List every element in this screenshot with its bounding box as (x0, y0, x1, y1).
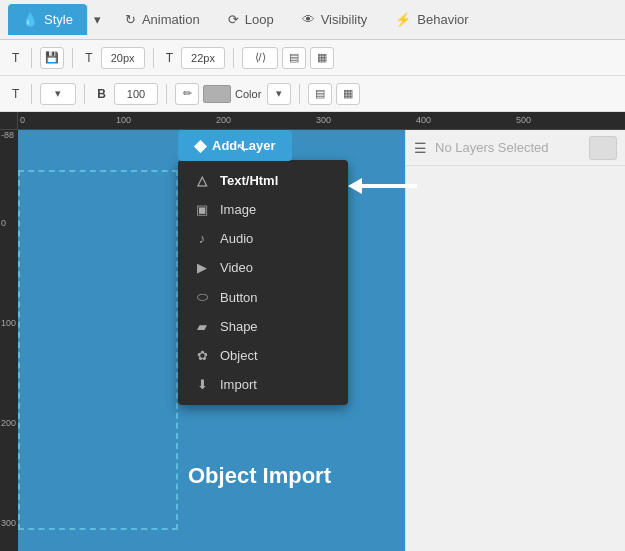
add-layer-button[interactable]: ◆ Add Layer (178, 130, 292, 161)
align-btn-1[interactable]: ▤ (282, 47, 306, 69)
ruler-corner-area: -88 0 100 200 300 (0, 112, 18, 551)
menu-item-import-label: Import (220, 377, 257, 392)
right-panel: ☰ No Layers Selected (405, 130, 625, 551)
align-btn-2[interactable]: ▦ (310, 47, 334, 69)
tab-dropdown-arrow[interactable]: ▾ (87, 4, 107, 35)
canvas-area: ◆ Add Layer ↖ △ Text/Html ▣ Image (18, 130, 405, 551)
text-t-icon: T (85, 51, 92, 65)
ruler-horizontal: 0 100 200 300 400 500 (18, 112, 625, 130)
bold-label: B (93, 85, 110, 103)
ruler-h-400: 400 (416, 115, 431, 125)
code-btn[interactable]: ⟨/⟩ (242, 47, 278, 69)
menu-item-audio[interactable]: ♪ Audio (178, 224, 348, 253)
tab-loop-label: Loop (245, 12, 274, 27)
no-layers-text: No Layers Selected (435, 140, 581, 155)
content-area: -88 0 100 200 300 0 100 200 300 400 500 (0, 112, 625, 551)
add-layer-icon: ◆ (194, 136, 206, 155)
canvas-object-dashed (18, 170, 178, 530)
audio-icon: ♪ (194, 231, 210, 246)
ruler-h-100: 100 (116, 115, 131, 125)
color-swatch[interactable] (203, 85, 231, 103)
tab-behavior[interactable]: ⚡ Behavior (381, 4, 482, 35)
menu-item-video-label: Video (220, 260, 253, 275)
ruler-v-minus88: -88 (1, 130, 14, 140)
arrow-body (362, 184, 417, 188)
app-container: 💧 Style ▾ ↻ Animation ⟳ Loop 👁 Visibilit… (0, 0, 625, 551)
menu-item-text-html-label: Text/Html (220, 173, 278, 188)
ruler-corner (0, 112, 18, 130)
shape-icon: ▰ (194, 319, 210, 334)
separator-7 (166, 84, 167, 104)
ruler-h-500: 500 (516, 115, 531, 125)
text-html-icon: △ (194, 173, 210, 188)
video-icon: ▶ (194, 260, 210, 275)
menu-item-audio-label: Audio (220, 231, 253, 246)
separator-8 (299, 84, 300, 104)
text-t2-icon: T (166, 51, 173, 65)
ruler-v-200: 200 (1, 418, 16, 428)
ruler-v-0: 0 (1, 218, 6, 228)
separator-5 (31, 84, 32, 104)
align-btn-3[interactable]: ▤ (308, 83, 332, 105)
behavior-icon: ⚡ (395, 12, 411, 27)
main-area: 0 100 200 300 400 500 ◆ Add Layer (18, 112, 625, 551)
align-btn-4[interactable]: ▦ (336, 83, 360, 105)
image-icon: ▣ (194, 202, 210, 217)
object-import-label: Object Import (188, 462, 331, 491)
animation-icon: ↻ (125, 12, 136, 27)
cursor-indicator: ↖ (236, 140, 247, 155)
tab-behavior-label: Behavior (417, 12, 468, 27)
tab-style[interactable]: 💧 Style (8, 4, 87, 35)
panel-menu-icon[interactable]: ☰ (414, 140, 427, 156)
text-icon-1: T (8, 49, 23, 67)
ruler-v-100: 100 (1, 318, 16, 328)
separator-3 (153, 48, 154, 68)
menu-item-object[interactable]: ✿ Object (178, 341, 348, 370)
font-size-1-input[interactable] (101, 47, 145, 69)
chevron-down-icon: ▾ (94, 12, 101, 27)
object-icon: ✿ (194, 348, 210, 363)
tab-bar: 💧 Style ▾ ↻ Animation ⟳ Loop 👁 Visibilit… (0, 0, 625, 40)
ruler-vertical: -88 0 100 200 300 (0, 130, 18, 551)
color-label: Color (235, 88, 261, 100)
toolbar-row-2: T ▾ B ✏ Color ▾ ▤ ▦ (0, 76, 625, 112)
tab-animation[interactable]: ↻ Animation (111, 4, 214, 35)
ruler-h-0: 0 (20, 115, 25, 125)
loop-icon: ⟳ (228, 12, 239, 27)
separator-2 (72, 48, 73, 68)
menu-item-shape[interactable]: ▰ Shape (178, 312, 348, 341)
dropdown-btn-2[interactable]: ▾ (267, 83, 291, 105)
text-icon-2: T (81, 49, 96, 67)
panel-action-button[interactable] (589, 136, 617, 160)
brush-btn[interactable]: ✏ (175, 83, 199, 105)
text-label-icon: T (12, 51, 19, 65)
separator-6 (84, 84, 85, 104)
style-icon: 💧 (22, 12, 38, 27)
menu-item-text-html[interactable]: △ Text/Html (178, 166, 348, 195)
menu-item-image-label: Image (220, 202, 256, 217)
menu-item-image[interactable]: ▣ Image (178, 195, 348, 224)
object-import-text: Object Import (188, 463, 331, 488)
ruler-v-300: 300 (1, 518, 16, 528)
tab-visibility[interactable]: 👁 Visibility (288, 4, 382, 35)
separator-4 (233, 48, 234, 68)
toolbar-row-1: T 💾 T T ⟨/⟩ ▤ ▦ (0, 40, 625, 76)
dropdown-btn-1[interactable]: ▾ (40, 83, 76, 105)
font-size-2-input[interactable] (181, 47, 225, 69)
save-button[interactable]: 💾 (40, 47, 64, 69)
text-icon-3: T (162, 49, 177, 67)
menu-item-video[interactable]: ▶ Video (178, 253, 348, 282)
menu-item-button[interactable]: ⬭ Button (178, 282, 348, 312)
ruler-h-200: 200 (216, 115, 231, 125)
import-icon: ⬇ (194, 377, 210, 392)
canvas-and-panel: ◆ Add Layer ↖ △ Text/Html ▣ Image (18, 130, 625, 551)
menu-item-import[interactable]: ⬇ Import (178, 370, 348, 399)
opacity-input[interactable] (114, 83, 158, 105)
tab-loop[interactable]: ⟳ Loop (214, 4, 288, 35)
arrow-head (348, 178, 362, 194)
separator-1 (31, 48, 32, 68)
button-icon: ⬭ (194, 289, 210, 305)
eye-icon: 👁 (302, 12, 315, 27)
text-icon-4: T (8, 85, 23, 103)
tab-style-label: Style (44, 12, 73, 27)
